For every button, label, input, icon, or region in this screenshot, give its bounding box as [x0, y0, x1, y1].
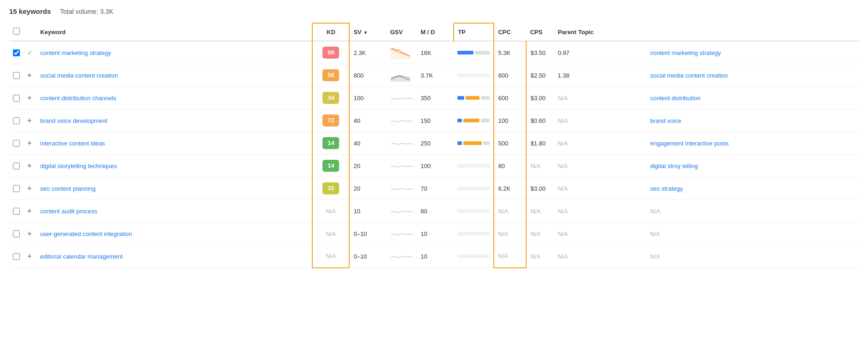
add-button[interactable]: + [27, 139, 31, 147]
keyword-link[interactable]: editorial calendar management [40, 253, 123, 260]
row-checkbox[interactable] [13, 95, 20, 102]
row-action-cell: + [24, 132, 36, 155]
row-checkbox-cell [9, 223, 24, 245]
row-checkbox-cell [9, 64, 24, 87]
header-parent-topic: Parent Topic [554, 23, 646, 41]
add-button[interactable]: + [27, 94, 31, 102]
keyword-link[interactable]: content audit process [40, 208, 97, 215]
row-gsv-cell: 250 [417, 132, 454, 155]
keyword-link[interactable]: content marketing strategy [40, 49, 111, 56]
sv-value: 20 [353, 163, 360, 169]
row-checkbox[interactable] [13, 140, 20, 147]
row-checkbox-cell [9, 177, 24, 200]
parent-topic-link[interactable]: engagement interactive posts [650, 140, 728, 147]
row-cpc-cell: $3.00 [526, 177, 554, 200]
add-button[interactable]: + [27, 207, 31, 215]
row-sv-cell: 100 [349, 87, 386, 109]
row-cps-cell: N/A [554, 87, 646, 109]
sv-value: 40 [353, 140, 360, 147]
add-button[interactable]: + [27, 117, 31, 124]
cpc-value: N/A [530, 208, 540, 215]
row-checkbox[interactable] [13, 208, 20, 215]
sv-value: 2.3K [353, 49, 366, 56]
row-tp-cell: 5.3K [494, 41, 526, 64]
row-action-cell: + [24, 109, 36, 132]
keyword-link[interactable]: brand voice development [40, 117, 107, 124]
header-gsv: GSV [386, 23, 417, 41]
add-button[interactable]: + [27, 185, 31, 192]
add-button[interactable]: + [27, 162, 31, 169]
row-tp-cell: 600 [494, 87, 526, 109]
keyword-link[interactable]: content distribution channels [40, 95, 116, 102]
parent-topic-link[interactable]: brand voice [650, 117, 681, 124]
row-keyword-cell: interactive content ideas [36, 132, 312, 155]
row-kd-cell: N/A [312, 223, 349, 245]
row-cps-cell: N/A [554, 245, 646, 268]
keywords-count: 15 keywords [9, 7, 51, 15]
row-tp-cell: N/A [494, 223, 526, 245]
add-button[interactable]: + [27, 253, 31, 260]
parent-topic-link[interactable]: social media content creation [650, 72, 728, 79]
row-parent-cell: social media content creation [646, 64, 859, 87]
gsv-value: 10 [420, 253, 427, 260]
row-cps-cell: N/A [554, 200, 646, 223]
parent-topic-link[interactable]: content marketing strategy [650, 49, 721, 56]
add-button[interactable]: + [27, 230, 31, 237]
row-checkbox-cell [9, 109, 24, 132]
row-checkbox[interactable] [13, 117, 20, 124]
row-keyword-cell: content marketing strategy [36, 41, 312, 64]
add-button[interactable]: + [27, 72, 31, 79]
row-checkbox-cell [9, 41, 24, 64]
keywords-table: Keyword KD SV GSV M / D TP CPC CPS Paren… [9, 23, 859, 268]
gsv-value: 150 [420, 117, 431, 124]
row-parent-cell: N/A [646, 223, 859, 245]
parent-topic-link[interactable]: content distribution [650, 95, 700, 102]
cps-value: N/A [558, 117, 568, 124]
keyword-link[interactable]: seo content planning [40, 185, 96, 192]
row-checkbox[interactable] [13, 163, 20, 169]
row-action-cell: + [24, 223, 36, 245]
cps-value: 1.38 [558, 72, 569, 79]
tp-value: 600 [498, 72, 508, 79]
keyword-link[interactable]: digital storytelling techniques [40, 163, 117, 169]
cps-value: N/A [558, 208, 568, 215]
row-tp-cell: 500 [494, 132, 526, 155]
keyword-link[interactable]: user-generated content integration [40, 230, 132, 237]
row-parent-cell: engagement interactive posts [646, 132, 859, 155]
row-checkbox[interactable] [13, 185, 20, 192]
cpc-value: N/A [530, 230, 540, 237]
cpc-value: N/A [530, 253, 540, 260]
parent-topic-link[interactable]: digital stroy telling [650, 163, 698, 169]
row-checkbox[interactable] [13, 72, 20, 79]
row-checkbox[interactable] [13, 230, 20, 237]
header-md: M / D [417, 23, 454, 41]
table-row: + interactive content ideas 14 40 250 50… [9, 132, 859, 155]
row-parent-cell: content marketing strategy [646, 41, 859, 64]
row-checkbox[interactable] [13, 253, 20, 260]
row-checkbox[interactable] [13, 49, 20, 56]
kd-badge: 72 [322, 115, 339, 127]
row-md-cell [454, 245, 494, 268]
header-sv[interactable]: SV [349, 23, 386, 41]
row-md-cell [454, 109, 494, 132]
header-kd: KD [312, 23, 349, 41]
parent-topic-link[interactable]: seo strategy [650, 185, 683, 192]
row-cpc-cell: N/A [526, 223, 554, 245]
row-gsv-cell: 150 [417, 109, 454, 132]
row-cps-cell: 1.38 [554, 64, 646, 87]
gsv-value: 350 [420, 95, 431, 102]
cps-value: N/A [558, 163, 568, 169]
gsv-value: 250 [420, 140, 431, 147]
tp-value: 100 [498, 117, 508, 124]
row-cpc-cell: N/A [526, 155, 554, 177]
keyword-link[interactable]: interactive content ideas [40, 140, 105, 147]
row-keyword-cell: social media content creation [36, 64, 312, 87]
parent-topic-value: N/A [650, 230, 660, 237]
table-row: + digital storytelling techniques 14 20 … [9, 155, 859, 177]
select-all-checkbox[interactable] [13, 28, 20, 35]
keyword-link[interactable]: social media content creation [40, 72, 118, 79]
row-sv-cell: 0–10 [349, 245, 386, 268]
row-gsv-cell: 16K [417, 41, 454, 64]
row-trend-cell [386, 87, 417, 109]
row-md-cell [454, 177, 494, 200]
